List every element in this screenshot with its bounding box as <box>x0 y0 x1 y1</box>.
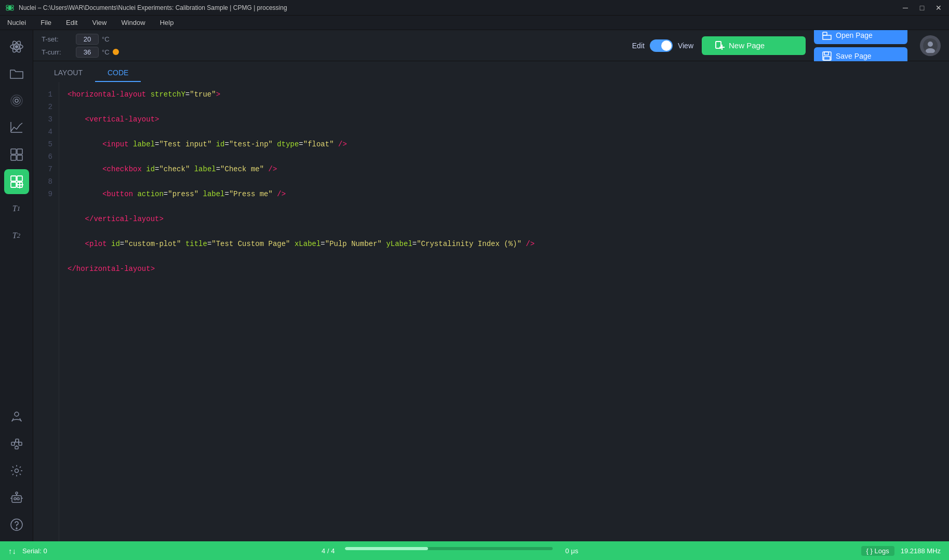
sidebar-item-signal[interactable] <box>4 88 29 113</box>
svg-rect-46 <box>824 52 828 55</box>
svg-rect-33 <box>14 498 16 500</box>
close-button[interactable]: ✕ <box>933 4 944 12</box>
status-time: 0 μs <box>565 547 578 555</box>
svg-rect-44 <box>823 32 827 35</box>
tcurr-row: T-curr: 36 °C <box>42 47 119 58</box>
line-num-6: 6 <box>33 151 59 163</box>
tab-code[interactable]: CODE <box>95 64 141 82</box>
menu-view[interactable]: View <box>89 18 110 28</box>
svg-rect-15 <box>11 176 16 181</box>
svg-point-8 <box>13 97 20 104</box>
svg-point-0 <box>8 6 11 9</box>
temp-controls: T-set: 20 °C T-curr: 36 °C <box>42 34 119 58</box>
code-line-4: <checkbox id="check" label="Check me" /> <box>68 163 941 175</box>
save-page-icon <box>822 51 832 61</box>
sidebar-item-sequence[interactable] <box>4 431 29 456</box>
svg-rect-32 <box>12 496 21 502</box>
sidebar-item-grid-add[interactable] <box>4 169 29 194</box>
sidebar: T1 T2 <box>0 30 33 541</box>
view-label: View <box>678 42 693 50</box>
new-page-button[interactable]: New Page <box>702 36 806 55</box>
line-numbers: 1 2 3 4 5 6 7 8 9 <box>33 82 59 541</box>
menu-window[interactable]: Window <box>118 18 148 28</box>
title-text: Nuclei – C:\Users\WAR\Documents\Nuclei E… <box>19 4 287 11</box>
title-bar: Nuclei – C:\Users\WAR\Documents\Nuclei E… <box>0 0 949 16</box>
tabs-bar: LAYOUT CODE <box>33 61 949 82</box>
save-page-label: Save Page <box>836 52 872 60</box>
sidebar-item-settings[interactable] <box>4 458 29 483</box>
svg-rect-24 <box>11 442 15 445</box>
temp-indicator <box>113 49 119 55</box>
menu-nuclei[interactable]: Nuclei <box>4 18 29 28</box>
menu-help[interactable]: Help <box>157 18 177 28</box>
open-page-button[interactable]: Open Page <box>814 30 907 44</box>
tset-input[interactable]: 20 <box>76 34 99 45</box>
svg-point-21 <box>15 412 19 416</box>
title-bar-left: Nuclei – C:\Users\WAR\Documents\Nuclei E… <box>5 3 287 12</box>
code-line-9 <box>68 288 941 300</box>
menu-edit[interactable]: Edit <box>63 18 81 28</box>
code-line-3: <input label="Test input" id="test-inp" … <box>68 138 941 151</box>
tab-layout[interactable]: LAYOUT <box>42 64 95 82</box>
svg-rect-47 <box>824 57 830 60</box>
minimize-button[interactable]: ─ <box>900 4 911 12</box>
line-num-8: 8 <box>33 175 59 188</box>
status-center: 4 / 4 0 μs <box>47 547 861 555</box>
svg-point-7 <box>15 99 18 102</box>
svg-point-36 <box>16 492 18 494</box>
top-toolbar: T-set: 20 °C T-curr: 36 °C Edit View <box>33 30 949 61</box>
svg-rect-16 <box>17 176 22 181</box>
sidebar-item-help[interactable] <box>4 512 29 537</box>
code-content[interactable]: <horizontal-layout stretchY="true"> <ver… <box>59 82 949 541</box>
line-num-5: 5 <box>33 138 59 151</box>
svg-rect-29 <box>15 446 18 449</box>
svg-point-49 <box>928 42 933 47</box>
tset-label: T-set: <box>42 35 73 43</box>
sidebar-item-atom[interactable] <box>4 34 29 59</box>
status-logs[interactable]: { } Logs <box>861 546 894 556</box>
sidebar-item-t2[interactable]: T2 <box>4 223 29 248</box>
toggle-knob <box>661 40 672 51</box>
code-line-2: <vertical-layout> <box>68 113 941 126</box>
sidebar-item-chart[interactable] <box>4 115 29 140</box>
code-editor[interactable]: 1 2 3 4 5 6 7 8 9 <horizontal-layout str… <box>33 82 949 541</box>
user-avatar[interactable] <box>920 35 941 56</box>
sidebar-item-person[interactable] <box>4 404 29 429</box>
line-num-2: 2 <box>33 101 59 113</box>
edit-label: Edit <box>632 42 645 50</box>
line-num-4: 4 <box>33 126 59 138</box>
svg-rect-11 <box>11 149 16 154</box>
svg-rect-13 <box>11 155 16 160</box>
status-page: 4 / 4 <box>322 547 335 555</box>
menu-bar: Nuclei File Edit View Window Help <box>0 16 949 30</box>
svg-line-27 <box>15 441 16 444</box>
status-right: { } Logs 19.2188 MHz <box>861 546 941 556</box>
tset-row: T-set: 20 °C <box>42 34 119 45</box>
status-arrows: ↑↓ <box>8 547 16 555</box>
new-page-icon <box>714 40 725 51</box>
maximize-button[interactable]: □ <box>917 4 927 12</box>
tset-unit: °C <box>102 35 110 43</box>
svg-rect-25 <box>16 439 19 442</box>
svg-rect-14 <box>17 155 22 160</box>
sidebar-item-dashboard[interactable] <box>4 142 29 167</box>
line-num-1: 1 <box>33 88 59 101</box>
line-num-3: 3 <box>33 113 59 126</box>
content-area: T-set: 20 °C T-curr: 36 °C Edit View <box>33 30 949 541</box>
sidebar-item-t1[interactable]: T1 <box>4 196 29 221</box>
status-serial: Serial: 0 <box>22 547 47 555</box>
status-progress-fill <box>345 547 428 550</box>
svg-point-40 <box>16 528 17 529</box>
open-page-label: Open Page <box>836 31 873 39</box>
menu-file[interactable]: File <box>37 18 55 28</box>
code-line-8: </horizontal-layout> <box>68 263 941 275</box>
sidebar-item-robot[interactable] <box>4 485 29 510</box>
page-buttons: Open Page Save Page <box>814 30 907 65</box>
sidebar-item-folder[interactable] <box>4 61 29 86</box>
app-body: T1 T2 <box>0 30 949 541</box>
code-line-6: </vertical-layout> <box>68 213 941 225</box>
svg-point-3 <box>15 45 18 48</box>
code-line-1: <horizontal-layout stretchY="true"> <box>68 88 941 101</box>
tcurr-unit: °C <box>102 48 110 56</box>
edit-view-switch[interactable] <box>650 39 673 52</box>
